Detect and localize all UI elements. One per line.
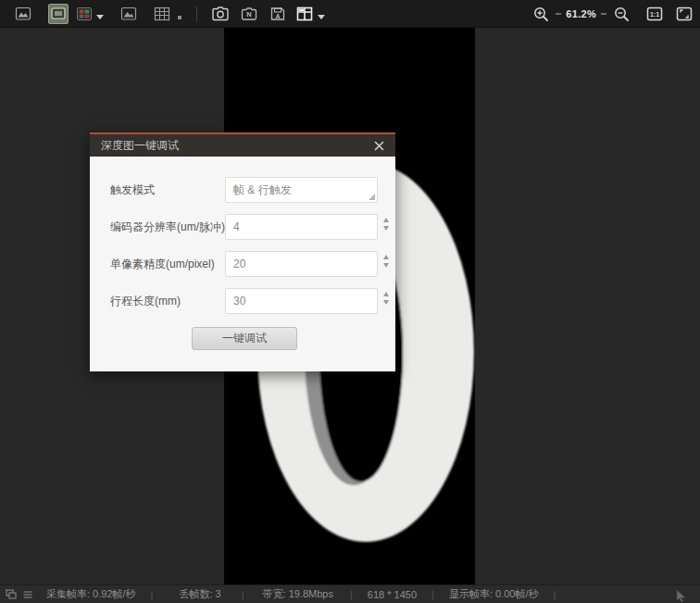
actual-size-icon[interactable]: 1:1	[644, 4, 665, 24]
travel-length-input[interactable]: 30	[225, 288, 378, 314]
zoom-increase-dash	[601, 13, 606, 15]
top-toolbar: N A 61.2% 1:1	[0, 0, 700, 28]
status-separator: |	[553, 589, 556, 600]
travel-length-spinner[interactable]	[383, 292, 389, 305]
pixel-precision-row: 单像素精度(um/pixel) 20	[110, 251, 395, 277]
pixel-precision-spinner[interactable]	[383, 255, 389, 268]
encoder-resolution-input[interactable]: 4	[225, 214, 378, 240]
combo-grip-icon	[369, 194, 375, 200]
depth-debug-dialog: 深度图一键调试 触发模式 帧 & 行触发 编码器分辨率(um/脉冲) 4	[90, 132, 395, 371]
spin-up-icon[interactable]	[383, 218, 389, 222]
encoder-resolution-value: 4	[226, 220, 240, 233]
image-preview-icon[interactable]	[13, 4, 33, 24]
save-auto-icon[interactable]: A	[268, 4, 288, 24]
svg-text:A: A	[275, 12, 280, 19]
encoder-resolution-row: 编码器分辨率(um/脉冲) 4	[110, 214, 395, 240]
toolbar-left-group: N A	[0, 0, 325, 28]
pixel-precision-label: 单像素精度(um/pixel)	[110, 257, 225, 272]
spin-down-icon[interactable]	[383, 300, 389, 305]
trigger-mode-row: 触发模式 帧 & 行触发	[110, 177, 395, 203]
fit-to-window-icon[interactable]	[674, 4, 694, 24]
trigger-mode-value: 帧 & 行触发	[226, 182, 292, 198]
travel-length-value: 30	[226, 295, 245, 308]
lost-frames-status: 丢帧数: 3	[179, 587, 220, 601]
bandwidth-status: 带宽: 19.8Mbps	[263, 587, 333, 601]
capture-fps-status: 采集帧率: 0.92帧/秒	[46, 587, 136, 601]
trigger-mode-select[interactable]: 帧 & 行触发	[225, 177, 378, 203]
display-fps-status: 显示帧率: 0.00帧/秒	[449, 587, 539, 601]
workspace: 深度图一键调试 触发模式 帧 & 行触发 编码器分辨率(um/脉冲) 4	[0, 28, 700, 584]
record-n-icon[interactable]: N	[239, 4, 259, 24]
travel-length-row: 行程长度(mm) 30	[110, 288, 395, 314]
svg-text:N: N	[246, 10, 251, 19]
toolbar-right-group: 61.2% 1:1	[531, 0, 694, 28]
resolution-status: 618 * 1450	[368, 589, 417, 600]
dialog-title-bar[interactable]: 深度图一键调试	[90, 132, 395, 157]
svg-text:1:1: 1:1	[650, 11, 659, 18]
layout-grid-icon[interactable]	[294, 4, 315, 24]
menu-lines-icon[interactable]	[22, 589, 33, 600]
travel-length-label: 行程长度(mm)	[110, 294, 225, 309]
toolbar-separator	[196, 6, 197, 21]
spin-up-icon[interactable]	[383, 255, 389, 259]
pseudo-color-dropdown-icon[interactable]	[96, 15, 104, 19]
status-separator: |	[431, 589, 434, 600]
status-bar: 采集帧率: 0.92帧/秒 | 丢帧数: 3 | 带宽: 19.8Mbps | …	[0, 584, 700, 603]
encoder-resolution-spinner[interactable]	[383, 218, 389, 231]
one-click-debug-button[interactable]: 一键调试	[192, 327, 297, 350]
dialog-title: 深度图一键调试	[101, 138, 371, 154]
image-view-icon[interactable]	[119, 4, 139, 24]
zoom-out-icon[interactable]	[611, 4, 631, 24]
table-data-dropdown-icon[interactable]	[178, 16, 181, 19]
table-data-icon[interactable]	[152, 4, 172, 24]
status-separator: |	[242, 589, 244, 600]
encoder-resolution-label: 编码器分辨率(um/脉冲)	[110, 220, 225, 235]
trigger-mode-label: 触发模式	[110, 182, 225, 198]
status-separator: |	[151, 589, 154, 600]
spin-up-icon[interactable]	[383, 292, 389, 296]
spin-down-icon[interactable]	[383, 226, 389, 231]
pixel-precision-value: 20	[226, 258, 245, 270]
status-separator: |	[350, 589, 353, 600]
layout-grid-dropdown-icon[interactable]	[318, 15, 325, 19]
pseudo-color-icon[interactable]	[74, 4, 94, 24]
spin-down-icon[interactable]	[383, 263, 389, 268]
dialog-body: 触发模式 帧 & 行触发 编码器分辨率(um/脉冲) 4 单像素精度(um/pi…	[90, 157, 395, 350]
render-view-icon[interactable]	[48, 4, 69, 24]
capture-image-icon[interactable]	[210, 4, 231, 24]
zoom-level-value[interactable]: 61.2%	[566, 8, 596, 19]
mouse-cursor	[676, 589, 687, 603]
pixel-precision-input[interactable]: 20	[225, 251, 378, 277]
dual-view-icon[interactable]	[6, 589, 17, 600]
close-icon[interactable]	[371, 138, 386, 153]
zoom-decrease-dash	[556, 13, 561, 15]
zoom-in-icon[interactable]	[531, 4, 551, 24]
